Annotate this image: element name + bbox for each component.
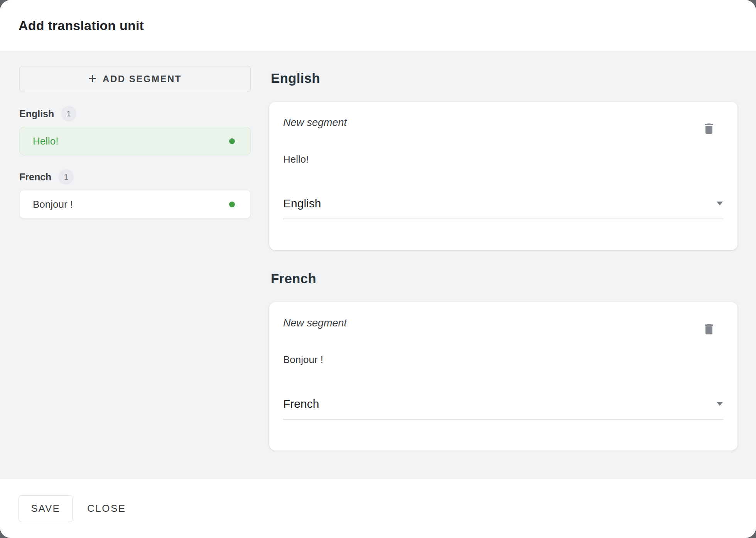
- language-label: English: [19, 108, 54, 119]
- segment-chip-french[interactable]: Bonjour !: [19, 190, 251, 219]
- dialog-header: Add translation unit: [0, 0, 756, 51]
- save-button[interactable]: SAVE: [19, 495, 73, 522]
- add-segment-button[interactable]: + ADD SEGMENT: [19, 66, 251, 92]
- add-segment-button-label: ADD SEGMENT: [103, 74, 182, 84]
- sidebar-group-header-english: English 1: [19, 106, 251, 121]
- segment-text[interactable]: Bonjour !: [283, 354, 724, 366]
- section-heading: French: [271, 271, 737, 286]
- chevron-down-icon: [717, 202, 723, 205]
- segment-card-english: New segment Hello! English: [269, 102, 737, 250]
- segment-chip-text: Bonjour !: [33, 198, 73, 210]
- trash-icon: [702, 122, 716, 136]
- language-select-value: English: [283, 197, 321, 210]
- green-dot-icon: [229, 202, 235, 207]
- delete-segment-button[interactable]: [700, 320, 718, 338]
- segment-card-french: New segment Bonjour ! French: [269, 302, 737, 451]
- new-segment-label: New segment: [283, 315, 724, 331]
- segment-chip-text: Hello!: [33, 135, 58, 147]
- segment-chip-english[interactable]: Hello!: [19, 127, 251, 155]
- add-translation-unit-dialog: Add translation unit + ADD SEGMENT Engli…: [0, 0, 756, 538]
- close-button[interactable]: CLOSE: [87, 503, 126, 514]
- trash-icon: [702, 322, 716, 336]
- editor-section-english: English New segment Hello! English: [269, 71, 737, 250]
- section-heading: English: [271, 71, 737, 86]
- chevron-down-icon: [717, 402, 723, 406]
- segments-sidebar: + ADD SEGMENT English 1 Hello! French 1 …: [19, 66, 251, 479]
- language-select-french[interactable]: French: [283, 397, 724, 420]
- green-dot-icon: [229, 138, 235, 144]
- editor-section-french: French New segment Bonjour ! French: [269, 271, 737, 451]
- delete-segment-button[interactable]: [700, 119, 718, 138]
- language-select-value: French: [283, 397, 319, 410]
- new-segment-label: New segment: [283, 115, 724, 130]
- segment-editor-panel: English New segment Hello! English Frenc…: [269, 66, 737, 479]
- segment-count-badge: 1: [58, 169, 74, 185]
- plus-icon: +: [88, 72, 96, 86]
- segment-text[interactable]: Hello!: [283, 153, 724, 165]
- dialog-title: Add translation unit: [19, 18, 144, 33]
- dialog-content: + ADD SEGMENT English 1 Hello! French 1 …: [0, 51, 756, 479]
- language-label: French: [19, 171, 51, 183]
- language-select-english[interactable]: English: [283, 197, 724, 219]
- dialog-footer: SAVE CLOSE: [0, 479, 756, 538]
- sidebar-group-header-french: French 1: [19, 169, 251, 185]
- segment-count-badge: 1: [61, 106, 76, 121]
